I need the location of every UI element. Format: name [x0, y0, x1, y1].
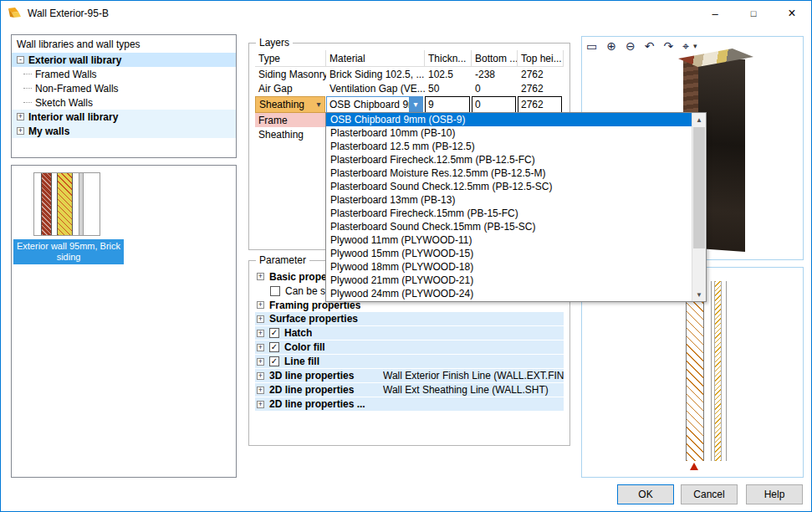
dropdown-item[interactable]: Plasterboard Moisture Res.12.5mm (PB-12.… [326, 166, 692, 180]
dropdown-item[interactable]: Plasterboard 13mm (PB-13) [326, 193, 692, 207]
help-button[interactable]: Help [746, 484, 803, 504]
expand-icon[interactable]: + [257, 372, 264, 380]
dropdown-scrollbar[interactable]: ▲ ▼ [692, 113, 706, 301]
expand-icon[interactable]: + [257, 273, 264, 280]
wall-library-panel: Wall libraries and wall types - Exterior… [11, 34, 237, 158]
expand-icon[interactable]: + [257, 315, 264, 323]
param-row-hatch[interactable]: + ✓ Hatch [255, 326, 564, 340]
wall-thumbnail[interactable] [33, 172, 100, 236]
bottom-height-input[interactable] [472, 96, 516, 113]
cancel-button[interactable]: Cancel [681, 484, 738, 504]
titlebar[interactable]: Wall Exterior-95-B – □ × [1, 1, 811, 26]
tree-item-framed-walls[interactable]: Framed Walls [12, 67, 236, 81]
cell-type: Frame [255, 113, 326, 127]
ok-button[interactable]: OK [617, 484, 674, 504]
dropdown-item[interactable]: Plasterboard 12.5 mm (PB-12.5) [326, 140, 692, 153]
maximize-button[interactable]: □ [734, 1, 773, 26]
column-header-thickness[interactable]: Thickn... [425, 50, 472, 66]
line-fill-checkbox[interactable]: ✓ [269, 356, 279, 366]
param-row-line-fill[interactable]: + ✓ Line fill [255, 355, 564, 369]
param-label: Basic proper [269, 271, 330, 283]
param-row-2d-line-properties-2[interactable]: + 2D line properties ... [255, 397, 564, 412]
tree-item-my-walls[interactable]: + My walls [12, 124, 236, 138]
dropdown-item[interactable]: Plasterboard Firecheck.15mm (PB-15-FC) [326, 207, 692, 220]
param-value: Wall Ext Sheathing Line (WALL.SHT) [383, 384, 549, 396]
expand-icon[interactable]: + [257, 387, 264, 394]
cell-material: Brick Siding 102.5, ... [326, 69, 425, 80]
color-fill-checkbox[interactable]: ✓ [269, 342, 279, 352]
minimize-button[interactable]: – [696, 1, 734, 26]
tree-item-exterior-wall-library[interactable]: - Exterior wall library [12, 53, 236, 67]
column-header-material[interactable]: Material [326, 50, 425, 66]
expand-icon[interactable]: + [257, 401, 264, 408]
expand-icon[interactable]: + [17, 113, 24, 120]
cell-type: Siding Masonry [255, 69, 326, 80]
cell-thickness: 50 [425, 83, 472, 95]
dropdown-item-osb-9[interactable]: OSB Chipboard 9mm (OSB-9) [326, 113, 692, 126]
param-row-2d-line-properties[interactable]: + 2D line properties Wall Ext Sheathing … [255, 383, 564, 397]
chevron-down-icon[interactable]: ▾ [693, 42, 697, 50]
orbit-icon[interactable]: ⌖ [682, 39, 689, 54]
tree-item-label: Framed Walls [35, 69, 97, 80]
zoom-in-icon[interactable]: ⊕ [606, 39, 616, 53]
dropdown-item[interactable]: Plasterboard Firecheck.12.5mm (PB-12.5-F… [326, 153, 692, 166]
param-row-surface-properties[interactable]: + Surface properties [255, 312, 564, 326]
expand-icon[interactable]: + [257, 344, 264, 351]
wall-type-list-panel: Exterior wall 95mm, Brick siding [11, 165, 237, 478]
dropdown-item[interactable]: Plasterboard 10mm (PB-10) [326, 126, 692, 140]
combobox-value: Sheathing [256, 99, 313, 110]
thickness-input[interactable] [425, 96, 470, 113]
column-header-bottom[interactable]: Bottom ... [472, 50, 518, 66]
tree-item-label: Sketch Walls [35, 97, 93, 109]
collapse-icon[interactable]: - [17, 56, 24, 64]
column-header-top[interactable]: Top hei... [518, 50, 564, 66]
scroll-up-icon[interactable]: ▲ [692, 113, 706, 126]
layers-table-header: Type Material Thickn... Bottom ... Top h… [255, 50, 564, 67]
section-line [726, 281, 727, 461]
tree-item-label: Exterior wall library [28, 54, 121, 66]
tree-item-interior-wall-library[interactable]: + Interior wall library [12, 110, 236, 124]
cell-thickness: 102.5 [425, 69, 472, 80]
param-label: Surface properties [269, 313, 358, 325]
close-button[interactable]: × [773, 1, 811, 26]
dropdown-item[interactable]: Plywood 18mm (PLYWOOD-18) [326, 260, 692, 274]
hatch-checkbox[interactable]: ✓ [269, 328, 279, 338]
scrollbar-thumb[interactable] [693, 127, 705, 248]
dropdown-item[interactable]: Plywood 11mm (PLYWOOD-11) [326, 233, 692, 247]
window-controls: – □ × [696, 1, 811, 26]
expand-icon[interactable]: + [17, 127, 24, 135]
selected-wall-type-label[interactable]: Exterior wall 95mm, Brick siding [13, 239, 124, 264]
layer-type-combobox[interactable]: Sheathing ▾ [255, 96, 325, 113]
zoom-out-icon[interactable]: ⊖ [626, 39, 636, 53]
dropdown-item[interactable]: Plasterboard Sound Check.12.5mm (PB-12.5… [326, 180, 692, 193]
chevron-down-icon[interactable]: ▾ [409, 97, 422, 112]
param-label: 2D line properties [269, 384, 383, 396]
material-dropdown-list: OSB Chipboard 9mm (OSB-9) Plasterboard 1… [325, 112, 707, 302]
dropdown-item[interactable]: Plywood 15mm (PLYWOOD-15) [326, 247, 692, 260]
chevron-down-icon[interactable]: ▾ [313, 100, 324, 109]
rotate-cw-icon[interactable]: ↷ [663, 39, 673, 53]
tree-item-sketch-walls[interactable]: Sketch Walls [12, 95, 236, 110]
rotate-ccw-icon[interactable]: ↶ [645, 39, 655, 53]
param-row-color-fill[interactable]: + ✓ Color fill [255, 340, 564, 355]
zoom-window-icon[interactable]: ▭ [586, 39, 597, 53]
combobox-value: OSB Chipboard 9n [327, 99, 409, 110]
cell-type: Air Gap [255, 83, 326, 95]
expand-icon[interactable]: + [257, 301, 264, 309]
dropdown-item[interactable]: Plywood 21mm (PLYWOOD-21) [326, 274, 692, 287]
top-height-input[interactable] [518, 96, 562, 113]
cell-top: 2762 [518, 83, 564, 95]
expand-icon[interactable]: + [257, 358, 264, 366]
tree-item-non-framed-walls[interactable]: Non-Framed Walls [12, 81, 236, 95]
expand-icon[interactable]: + [257, 330, 264, 337]
layer-row-air-gap[interactable]: Air Gap Ventilation Gap (VE... 50 0 2762 [255, 81, 564, 95]
dropdown-item[interactable]: Plasterboard Sound Check.15mm (PB-15-SC) [326, 220, 692, 233]
library-panel-header: Wall libraries and wall types [12, 35, 236, 53]
can-be-stretched-checkbox[interactable] [270, 286, 280, 296]
param-row-3d-line-properties[interactable]: + 3D line properties Wall Exterior Finis… [255, 369, 564, 383]
dropdown-item[interactable]: Plywood 24mm (PLYWOOD-24) [326, 287, 692, 300]
column-header-type[interactable]: Type [255, 50, 326, 66]
layer-row-siding-masonry[interactable]: Siding Masonry Brick Siding 102.5, ... 1… [255, 67, 564, 81]
scroll-down-icon[interactable]: ▼ [692, 288, 706, 301]
material-combobox[interactable]: OSB Chipboard 9n ▾ [326, 96, 423, 113]
